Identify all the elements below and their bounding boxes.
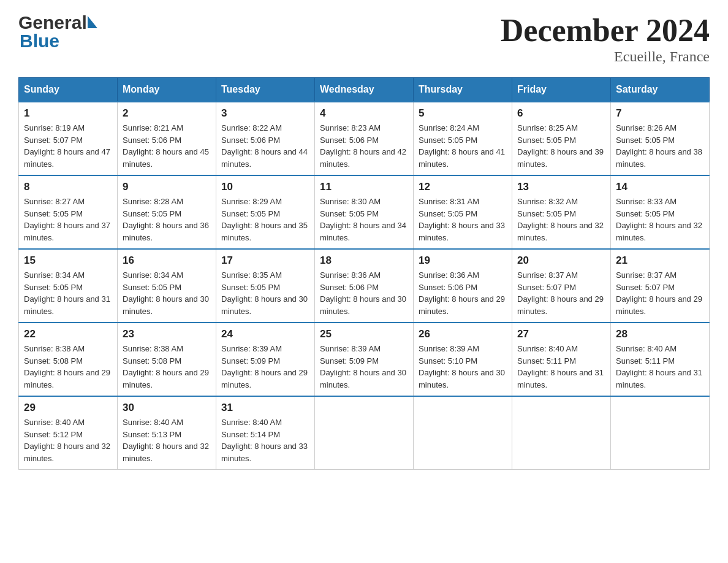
daylight-label: Daylight: 8 hours and 29 minutes. [221, 368, 308, 389]
calendar-cell: 28 Sunrise: 8:40 AM Sunset: 5:11 PM Dayl… [611, 323, 710, 396]
day-number: 19 [419, 255, 507, 267]
daylight-label: Daylight: 8 hours and 29 minutes. [419, 294, 505, 316]
day-info: Sunrise: 8:39 AM Sunset: 5:10 PM Dayligh… [419, 343, 507, 391]
daylight-label: Daylight: 8 hours and 38 minutes. [616, 147, 702, 169]
calendar-cell: 21 Sunrise: 8:37 AM Sunset: 5:07 PM Dayl… [611, 249, 710, 323]
calendar-cell: 10 Sunrise: 8:29 AM Sunset: 5:05 PM Dayl… [216, 175, 315, 249]
daylight-label: Daylight: 8 hours and 37 minutes. [24, 221, 110, 242]
day-number: 3 [221, 107, 309, 120]
sunrise-label: Sunrise: 8:40 AM [123, 418, 183, 427]
sunset-label: Sunset: 5:06 PM [419, 283, 477, 292]
calendar-cell: 17 Sunrise: 8:35 AM Sunset: 5:05 PM Dayl… [216, 249, 315, 323]
calendar-cell: 26 Sunrise: 8:39 AM Sunset: 5:10 PM Dayl… [414, 323, 512, 396]
calendar-body: 1 Sunrise: 8:19 AM Sunset: 5:07 PM Dayli… [19, 102, 710, 470]
sunrise-label: Sunrise: 8:35 AM [221, 270, 282, 280]
sunrise-label: Sunrise: 8:30 AM [320, 197, 381, 206]
sunset-label: Sunset: 5:05 PM [320, 209, 379, 218]
week-row-4: 22 Sunrise: 8:38 AM Sunset: 5:08 PM Dayl… [19, 323, 710, 396]
header-day-monday: Monday [118, 78, 216, 102]
calendar-cell: 11 Sunrise: 8:30 AM Sunset: 5:05 PM Dayl… [315, 175, 414, 249]
daylight-label: Daylight: 8 hours and 33 minutes. [419, 221, 505, 242]
daylight-label: Daylight: 8 hours and 36 minutes. [123, 221, 209, 242]
sunrise-label: Sunrise: 8:25 AM [517, 123, 578, 132]
calendar-cell: 12 Sunrise: 8:31 AM Sunset: 5:05 PM Dayl… [414, 175, 512, 249]
calendar-cell: 19 Sunrise: 8:36 AM Sunset: 5:06 PM Dayl… [414, 249, 512, 323]
sunrise-label: Sunrise: 8:39 AM [419, 344, 479, 353]
day-info: Sunrise: 8:40 AM Sunset: 5:14 PM Dayligh… [221, 416, 309, 464]
header-day-friday: Friday [512, 78, 611, 102]
daylight-label: Daylight: 8 hours and 32 minutes. [24, 442, 110, 463]
sunset-label: Sunset: 5:11 PM [517, 356, 576, 366]
sunrise-label: Sunrise: 8:27 AM [24, 197, 85, 206]
day-info: Sunrise: 8:30 AM Sunset: 5:05 PM Dayligh… [320, 196, 408, 243]
sunset-label: Sunset: 5:05 PM [123, 283, 181, 292]
sunrise-label: Sunrise: 8:33 AM [616, 197, 677, 206]
daylight-label: Daylight: 8 hours and 30 minutes. [320, 368, 406, 389]
sunset-label: Sunset: 5:06 PM [123, 136, 181, 145]
calendar-cell: 6 Sunrise: 8:25 AM Sunset: 5:05 PM Dayli… [512, 102, 611, 175]
daylight-label: Daylight: 8 hours and 45 minutes. [123, 147, 209, 169]
sunrise-label: Sunrise: 8:40 AM [616, 344, 677, 353]
sunrise-label: Sunrise: 8:26 AM [616, 123, 677, 132]
day-number: 10 [221, 181, 309, 193]
day-info: Sunrise: 8:36 AM Sunset: 5:06 PM Dayligh… [320, 269, 408, 317]
day-number: 12 [419, 181, 507, 193]
day-number: 25 [320, 328, 408, 340]
week-row-2: 8 Sunrise: 8:27 AM Sunset: 5:05 PM Dayli… [19, 175, 710, 249]
day-number: 15 [24, 255, 112, 267]
day-info: Sunrise: 8:37 AM Sunset: 5:07 PM Dayligh… [517, 269, 605, 317]
logo-row1: General [18, 12, 97, 33]
sunset-label: Sunset: 5:10 PM [419, 356, 477, 366]
daylight-label: Daylight: 8 hours and 29 minutes. [24, 368, 110, 389]
calendar-table: SundayMondayTuesdayWednesdayThursdayFrid… [18, 77, 710, 470]
daylight-label: Daylight: 8 hours and 31 minutes. [517, 368, 604, 389]
week-row-1: 1 Sunrise: 8:19 AM Sunset: 5:07 PM Dayli… [19, 102, 710, 175]
daylight-label: Daylight: 8 hours and 32 minutes. [517, 221, 604, 242]
daylight-label: Daylight: 8 hours and 31 minutes. [616, 368, 702, 389]
calendar-cell: 31 Sunrise: 8:40 AM Sunset: 5:14 PM Dayl… [216, 396, 315, 470]
day-info: Sunrise: 8:38 AM Sunset: 5:08 PM Dayligh… [123, 343, 211, 391]
day-info: Sunrise: 8:26 AM Sunset: 5:05 PM Dayligh… [616, 122, 704, 170]
calendar-title: December 2024 [501, 12, 710, 48]
calendar-cell: 13 Sunrise: 8:32 AM Sunset: 5:05 PM Dayl… [512, 175, 611, 249]
day-number: 14 [616, 181, 704, 193]
sunset-label: Sunset: 5:05 PM [419, 136, 477, 145]
calendar-cell: 7 Sunrise: 8:26 AM Sunset: 5:05 PM Dayli… [611, 102, 710, 175]
day-info: Sunrise: 8:37 AM Sunset: 5:07 PM Dayligh… [616, 269, 704, 317]
calendar-cell: 22 Sunrise: 8:38 AM Sunset: 5:08 PM Dayl… [19, 323, 118, 396]
sunset-label: Sunset: 5:07 PM [517, 283, 576, 292]
logo-general: General [18, 12, 87, 33]
calendar-cell: 4 Sunrise: 8:23 AM Sunset: 5:06 PM Dayli… [315, 102, 414, 175]
calendar-cell: 20 Sunrise: 8:37 AM Sunset: 5:07 PM Dayl… [512, 249, 611, 323]
daylight-label: Daylight: 8 hours and 47 minutes. [24, 147, 110, 169]
daylight-label: Daylight: 8 hours and 44 minutes. [221, 147, 308, 169]
sunset-label: Sunset: 5:05 PM [221, 283, 280, 292]
day-number: 11 [320, 181, 408, 193]
sunset-label: Sunset: 5:11 PM [616, 356, 675, 366]
day-number: 2 [123, 107, 211, 120]
sunset-label: Sunset: 5:06 PM [320, 136, 379, 145]
sunrise-label: Sunrise: 8:38 AM [123, 344, 183, 353]
sunrise-label: Sunrise: 8:36 AM [320, 270, 381, 280]
day-info: Sunrise: 8:29 AM Sunset: 5:05 PM Dayligh… [221, 196, 309, 243]
daylight-label: Daylight: 8 hours and 30 minutes. [320, 294, 406, 316]
sunset-label: Sunset: 5:06 PM [320, 283, 379, 292]
day-number: 5 [419, 107, 507, 120]
week-row-5: 29 Sunrise: 8:40 AM Sunset: 5:12 PM Dayl… [19, 396, 710, 470]
day-number: 24 [221, 328, 309, 340]
calendar-cell: 16 Sunrise: 8:34 AM Sunset: 5:05 PM Dayl… [118, 249, 216, 323]
day-info: Sunrise: 8:28 AM Sunset: 5:05 PM Dayligh… [123, 196, 211, 243]
day-info: Sunrise: 8:38 AM Sunset: 5:08 PM Dayligh… [24, 343, 112, 391]
sunrise-label: Sunrise: 8:36 AM [419, 270, 479, 280]
sunrise-label: Sunrise: 8:21 AM [123, 123, 183, 132]
day-number: 8 [24, 181, 112, 193]
sunrise-label: Sunrise: 8:37 AM [616, 270, 677, 280]
sunrise-label: Sunrise: 8:34 AM [123, 270, 183, 280]
sunset-label: Sunset: 5:05 PM [517, 209, 576, 218]
day-info: Sunrise: 8:19 AM Sunset: 5:07 PM Dayligh… [24, 122, 112, 170]
day-number: 13 [517, 181, 605, 193]
day-number: 6 [517, 107, 605, 120]
day-number: 27 [517, 328, 605, 340]
day-number: 23 [123, 328, 211, 340]
calendar-cell: 25 Sunrise: 8:39 AM Sunset: 5:09 PM Dayl… [315, 323, 414, 396]
